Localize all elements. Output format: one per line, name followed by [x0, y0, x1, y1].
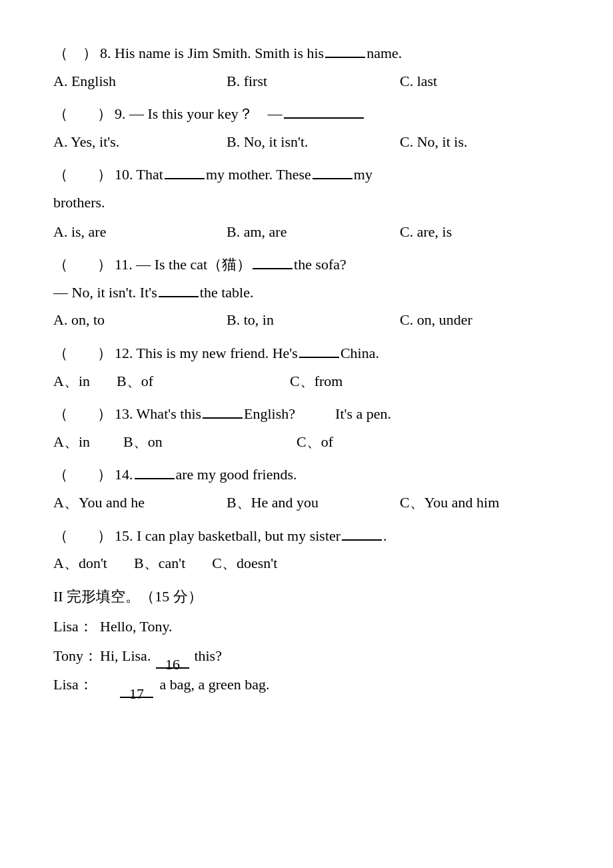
q11-blank2 [159, 279, 199, 297]
q13-number: 13. What's this [115, 401, 201, 427]
question-9-line: （ ） 9. — Is this your key？ — [53, 101, 560, 127]
question-11: （ ） 11. — Is the cat（猫） the sofa? — No, … [53, 251, 560, 333]
q9-number: 9. — Is this your key？ — [115, 101, 283, 127]
q8-options: A. English B. first C. last [53, 68, 560, 95]
question-15: （ ） 15. I can play basketball, but my si… [53, 523, 560, 577]
dialog-content-lisa-2: 17 a bag, a green bag. [100, 671, 269, 698]
blank-16: 16 [156, 651, 189, 669]
q8-paren: （ ） [53, 40, 97, 67]
blank-17: 17 [120, 681, 153, 698]
question-8-line: （ ） 8. His name is Jim Smith. Smith is h… [53, 40, 560, 67]
q15-after: . [383, 523, 387, 549]
q10-options: A. is, are B. am, are C. are, is [53, 219, 560, 245]
q12-options: A、in B、of C、from [53, 368, 560, 395]
question-15-line: （ ） 15. I can play basketball, but my si… [53, 523, 560, 549]
q11-paren: （ ） [53, 251, 112, 278]
q12-after: China. [340, 340, 379, 367]
q14-options: A、You and he B、He and you C、You and him [53, 489, 560, 516]
q13-option-c: C、of [297, 429, 333, 455]
question-14: （ ） 14. are my good friends. A、You and h… [53, 461, 560, 515]
q10-number: 10. That [115, 161, 163, 188]
q8-option-a: A. English [53, 68, 187, 95]
q11-option-a: A. on, to [53, 307, 187, 333]
question-10: （ ） 10. That my mother. These my brother… [53, 161, 560, 245]
q13-after: English? [244, 401, 295, 427]
q9-option-b: B. No, it isn't. [227, 129, 360, 155]
q10-blank2 [312, 162, 352, 179]
q15-options: A、don't B、can't C、doesn't [53, 550, 560, 577]
q15-option-b: B、can't [134, 550, 185, 577]
q9-blank [284, 101, 364, 119]
q13-options: A、in B、on C、of [53, 429, 560, 455]
dialog-lisa-2: Lisa： 17 a bag, a green bag. [53, 671, 560, 698]
q11-option-b: B. to, in [227, 307, 360, 333]
q14-option-b: B、He and you [227, 489, 360, 516]
q10-option-c: C. are, is [400, 219, 452, 245]
q13-option-b: B、on [123, 429, 257, 455]
q10-mid: my mother. These [206, 161, 311, 188]
q11-option-c: C. on, under [400, 307, 472, 333]
q10-option-b: B. am, are [227, 219, 360, 245]
q12-option-a: A、in [53, 368, 90, 395]
q13-option-a: A、in [53, 429, 90, 455]
q10-option-a: A. is, are [53, 219, 187, 245]
dialog-speaker-lisa-1: Lisa： [53, 613, 100, 640]
dialog-speaker-tony-1: Tony： [53, 643, 100, 669]
q12-option-b: B、of [117, 368, 250, 395]
question-13: （ ） 13. What's this English? It's a pen.… [53, 401, 560, 455]
q15-option-c: C、doesn't [212, 550, 277, 577]
section2-title: II 完形填空。（15 分） [53, 583, 560, 610]
q14-number: 14. [115, 461, 133, 488]
q9-options: A. Yes, it's. B. No, it isn't. C. No, it… [53, 129, 560, 155]
q15-paren: （ ） [53, 523, 112, 549]
q13-paren: （ ） [53, 401, 112, 427]
q10-blank1 [165, 162, 205, 179]
q11-line2-text: — No, it isn't. It's [53, 279, 157, 306]
q13-after2: It's a pen. [335, 401, 391, 427]
q11-after1: the sofa? [294, 251, 346, 278]
dialog-speaker-lisa-2: Lisa： [53, 671, 100, 698]
q15-blank [342, 523, 382, 540]
q8-option-c: C. last [400, 68, 437, 95]
q12-option-c: C、from [290, 368, 342, 395]
question-13-line: （ ） 13. What's this English? It's a pen. [53, 401, 560, 427]
question-8: （ ） 8. His name is Jim Smith. Smith is h… [53, 40, 560, 94]
q10-after: my [354, 161, 372, 188]
dialog-content-lisa-1: Hello, Tony. [100, 613, 172, 640]
q14-blank [135, 462, 175, 479]
question-9: （ ） 9. — Is this your key？ — A. Yes, it'… [53, 101, 560, 155]
q12-paren: （ ） [53, 340, 112, 367]
q10-paren: （ ） [53, 161, 112, 188]
q14-option-c: C、You and him [400, 489, 499, 516]
q12-number: 12. This is my new friend. He's [115, 340, 298, 367]
q8-option-b: B. first [227, 68, 360, 95]
q9-option-c: C. No, it is. [400, 129, 467, 155]
q8-blank [325, 41, 365, 58]
question-11-line1: （ ） 11. — Is the cat（猫） the sofa? [53, 251, 560, 278]
q14-after: are my good friends. [176, 461, 297, 488]
question-14-line: （ ） 14. are my good friends. [53, 461, 560, 488]
dialog-lisa-1: Lisa： Hello, Tony. [53, 613, 560, 640]
q14-paren: （ ） [53, 461, 112, 488]
q15-option-a: A、don't [53, 550, 107, 577]
q9-paren: （ ） [53, 101, 112, 127]
q8-after: name. [366, 40, 402, 67]
question-11-line2: — No, it isn't. It's the table. [53, 279, 560, 306]
q11-options: A. on, to B. to, in C. on, under [53, 307, 560, 333]
q12-blank [299, 341, 339, 358]
question-12-line: （ ） 12. This is my new friend. He's Chin… [53, 340, 560, 367]
dialog-tony-1: Tony： Hi, Lisa. 16 this? [53, 643, 560, 669]
q10-continuation: brothers. [53, 189, 560, 216]
q15-number: 15. I can play basketball, but my sister [115, 523, 340, 549]
q9-option-a: A. Yes, it's. [53, 129, 187, 155]
q11-after2: the table. [200, 279, 254, 306]
q11-number: 11. — Is the cat（猫） [115, 251, 251, 278]
question-10-line: （ ） 10. That my mother. These my [53, 161, 560, 188]
question-12: （ ） 12. This is my new friend. He's Chin… [53, 340, 560, 394]
q8-number: 8. His name is Jim Smith. Smith is his [100, 40, 324, 67]
dialog-content-tony-1: Hi, Lisa. 16 this? [100, 643, 222, 669]
q11-blank1 [253, 252, 293, 269]
q14-option-a: A、You and he [53, 489, 187, 516]
q13-blank [203, 401, 243, 419]
